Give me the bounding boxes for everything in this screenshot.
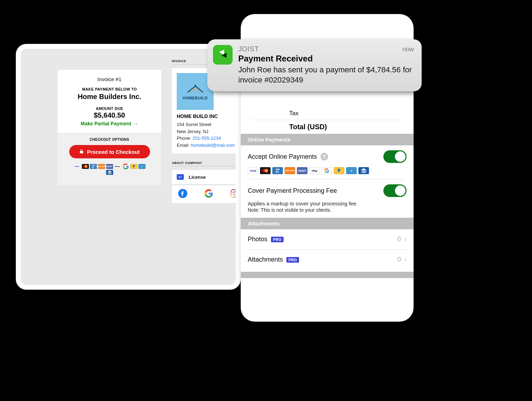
svg-point-10 [236,191,238,192]
make-payment-label: MAKE PAYMENT BELOW TO [82,87,137,91]
svg-point-12 [265,169,268,172]
partial-payment-link[interactable]: Make Partial Payment → [81,121,138,126]
social-row [172,185,241,203]
about-company-section: ABOUT COMPANY License [172,161,241,203]
svg-point-9 [233,192,236,195]
attachments-label: Attachments [248,256,283,263]
notification-title: Payment Received [238,54,414,64]
amex-icon: AMEX [272,167,283,174]
discover-icon: DISCOVER [285,167,295,174]
amount-due-value: $5,640.50 [94,111,125,119]
about-company-header: ABOUT COMPANY [172,161,241,166]
svg-rect-5 [181,177,182,177]
bank-icon [358,167,369,174]
amount-due-label: AMOUNT DUE [96,106,123,111]
pro-badge: PRO [286,257,299,263]
cover-processing-fee-row: Cover Payment Processing Fee [241,179,414,199]
paypal-icon [334,167,344,174]
accept-online-payments-toggle[interactable] [383,150,407,163]
venmo-icon: V [346,167,357,174]
company-street: 154 Sorrel Street [177,121,241,128]
mastercard-icon [82,164,89,169]
chevron-right-icon: › [404,256,407,263]
debit-icon: DEBIT [297,167,307,174]
license-card-icon [177,174,184,180]
photos-row[interactable]: Photos PRO 0 › [241,229,414,249]
photos-count: 0 [397,236,401,243]
chevron-right-icon: › [404,236,407,243]
mastercard-icon [260,167,271,174]
tax-label: Tax [289,110,298,117]
notification-app-name: JOIST [238,45,259,53]
invoice-card: Invoice #1 MAKE PAYMENT BELOW TO Home Bu… [58,70,161,185]
proceed-to-checkout-button[interactable]: Proceed to Checkout [69,145,150,158]
svg-rect-6 [181,178,182,178]
partial-payment-label: Make Partial Payment [81,121,131,126]
notification-time: now [402,46,414,53]
phone-label: Phone: [177,136,191,141]
pro-badge: PRO [271,237,284,242]
instagram-icon[interactable] [230,189,239,199]
discover-icon: DISCOVER [98,164,105,169]
cover-fee-note1: Applies a markup to cover your processin… [241,199,414,207]
venmo-icon: V [138,164,145,169]
email-label: Email: [177,143,189,148]
cover-fee-note2: Note: This is not visible to your client… [241,207,414,218]
svg-point-2 [195,85,196,86]
google-pay-icon [322,167,332,174]
svg-point-1 [85,165,87,168]
bank-icon [106,170,113,175]
debit-icon: DEBIT [106,164,113,169]
visa-icon: VISA [74,164,81,169]
google-pay-icon [122,164,129,169]
invoice-title: Invoice #1 [97,76,121,82]
cover-processing-fee-toggle[interactable] [383,184,407,197]
svg-point-3 [179,176,180,177]
total-label: Total (USD) [289,123,327,131]
svg-rect-8 [231,190,239,197]
company-address: 154 Sorrel Street New Jersey, NJ Phone: … [177,121,241,149]
notification-message: John Roe has sent you a payment of $4,78… [238,65,414,85]
checkout-button-label: Proceed to Checkout [87,149,140,155]
lock-icon [79,149,84,155]
apple-pay-icon: éPay [114,164,121,169]
visa-icon: VISA [248,167,258,174]
cover-processing-fee-label: Cover Payment Processing Fee [248,187,337,195]
attachments-count: 0 [397,256,401,263]
online-payments-header: Online Payments [241,134,414,145]
company-logo-text: HOMEBUILD [183,96,208,100]
arrow-right-icon: → [133,121,138,126]
facebook-icon[interactable] [178,189,187,199]
total-row: Total (USD) [241,120,414,134]
company-name: Home Builders Inc. [78,93,141,101]
company-email-link[interactable]: homebuild@mail.com [191,143,235,148]
tax-row: Tax [241,107,414,120]
checkout-options-label: CHECKOUT OPTIONS [90,138,129,142]
payment-methods-row-phone: VISA AMEX DISCOVER DEBIT éPay V [241,165,414,179]
google-icon[interactable] [204,189,213,199]
next-section-header [241,272,414,278]
attachments-row[interactable]: Attachments PRO 0 › [241,250,414,270]
company-legal-name: HOME BUILD INC [177,113,241,119]
checkout-section: CHECKOUT OPTIONS Proceed to Checkout VIS… [58,133,161,185]
license-row[interactable]: License [172,170,241,184]
apple-pay-icon: éPay [309,167,320,174]
paypal-icon [130,164,137,169]
push-notification[interactable]: JOIST now Payment Received John Roe has … [207,39,422,91]
photos-label: Photos [248,236,267,243]
payment-methods-row: VISA AMEX DISCOVER DEBIT éPay V [64,162,155,180]
company-phone-link[interactable]: 201-555-1234 [193,136,221,141]
help-icon[interactable]: ? [320,153,328,160]
accept-online-payments-row: Accept Online Payments ? [241,145,414,165]
company-city: New Jersey, NJ [177,128,241,135]
attachments-header: Attachments [241,218,414,229]
desktop-panel: Invoice #1 MAKE PAYMENT BELOW TO Home Bu… [16,44,241,290]
svg-rect-4 [181,176,182,177]
accept-online-payments-label: Accept Online Payments [248,153,317,160]
license-label: License [189,175,206,180]
joist-app-icon [213,45,233,65]
